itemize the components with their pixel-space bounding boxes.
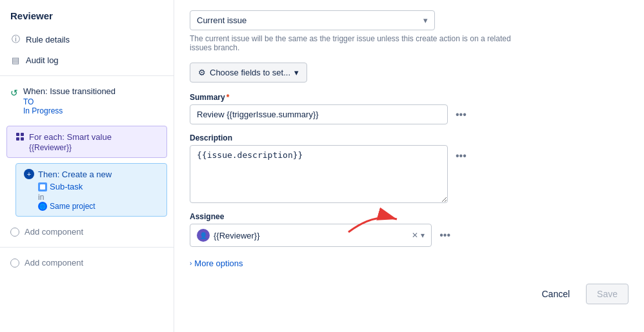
assignee-more-icon[interactable]: ••• (437, 228, 453, 242)
svg-rect-0 (16, 133, 19, 136)
current-issue-select[interactable]: Current issue ▾ (190, 10, 435, 30)
divider (0, 75, 174, 76)
assignee-avatar: 👤 (197, 229, 210, 242)
sidebar-item-audit-log[interactable]: ▤ Audit log (0, 50, 174, 70)
then-project: 🌐 Same project (38, 202, 159, 211)
info-icon: ⓘ (10, 34, 21, 44)
assignee-clear-icon[interactable]: ✕ (412, 231, 418, 240)
add-component-bottom-label: Add component (25, 258, 83, 268)
assignee-label: Assignee (190, 212, 629, 221)
summary-label: Summary* (190, 93, 629, 102)
footer-actions: Cancel Save (190, 284, 629, 304)
summary-input[interactable] (190, 104, 448, 124)
sidebar: Reviewer ⓘ Rule details ▤ Audit log ↺ Wh… (0, 0, 174, 332)
assignee-actions: ✕ ▾ (412, 231, 425, 240)
gear-icon: ⚙ (198, 68, 206, 77)
trigger-icon: ↺ (10, 88, 18, 98)
add-circle-icon (10, 228, 19, 237)
foreach-label: For each: Smart value (29, 132, 112, 142)
then-project-label: Same project (50, 202, 96, 211)
description-label: Description (190, 133, 629, 142)
sidebar-item-rule-details-label: Rule details (26, 35, 70, 44)
sidebar-title: Reviewer (0, 8, 174, 29)
foreach-header: For each: Smart value (15, 132, 159, 142)
description-more-icon[interactable]: ••• (453, 149, 469, 163)
assignee-field[interactable]: 👤 {{Reviewer}} ✕ ▾ (190, 224, 432, 247)
then-task: Sub-task (38, 182, 159, 191)
choose-fields-chevron: ▾ (294, 68, 299, 77)
svg-rect-1 (21, 133, 24, 136)
description-field-row: ••• (190, 145, 629, 203)
then-in-label: in (38, 193, 159, 202)
add-component-bottom[interactable]: Add component (0, 253, 174, 273)
more-options-button[interactable]: › More options (190, 256, 629, 271)
audit-icon: ▤ (10, 55, 21, 65)
add-component-middle-label: Add component (25, 227, 83, 237)
foreach-block[interactable]: For each: Smart value {{Reviewer}} (6, 126, 167, 158)
then-task-label: Sub-task (50, 182, 83, 191)
assignee-value: {{Reviewer}} (214, 231, 408, 240)
choose-fields-label: Choose fields to set... (210, 68, 290, 77)
svg-rect-3 (21, 137, 24, 141)
sidebar-item-audit-log-label: Audit log (26, 55, 59, 65)
add-circle-icon-2 (10, 259, 19, 268)
then-header: + Then: Create a new (24, 169, 159, 179)
summary-field-row: ••• (190, 104, 629, 124)
then-block[interactable]: + Then: Create a new Sub-task in 🌐 Same … (15, 163, 167, 217)
assignee-field-group: Assignee 👤 {{Reviewer}} ✕ ▾ ••• (190, 212, 629, 247)
subtask-icon (38, 182, 47, 191)
current-issue-label: Current issue (197, 15, 247, 25)
then-body: Sub-task in 🌐 Same project (24, 182, 159, 211)
summary-more-icon[interactable]: ••• (453, 108, 469, 122)
trigger-label: When: Issue transitioned (23, 86, 116, 96)
chevron-down-icon: ▾ (423, 15, 428, 25)
then-label: Then: Create a new (38, 170, 112, 179)
description-textarea[interactable] (190, 145, 448, 203)
summary-required: * (226, 93, 230, 102)
summary-field-group: Summary* ••• (190, 93, 629, 124)
more-options-chevron-icon: › (190, 260, 192, 267)
svg-rect-2 (16, 137, 19, 141)
trigger-to: TO In Progress (23, 97, 116, 115)
assignee-row: 👤 {{Reviewer}} ✕ ▾ ••• (190, 224, 453, 247)
trigger-block[interactable]: ↺ When: Issue transitioned TO In Progres… (0, 81, 174, 121)
foreach-value: {{Reviewer}} (15, 143, 159, 152)
plus-icon: + (24, 169, 34, 179)
description-field-group: Description ••• (190, 133, 629, 203)
assignee-chevron-icon[interactable]: ▾ (421, 231, 425, 240)
sidebar-item-rule-details[interactable]: ⓘ Rule details (0, 29, 174, 50)
foreach-icon (15, 132, 25, 142)
current-issue-hint: The current issue will be the same as th… (190, 34, 525, 52)
more-options-label: More options (194, 259, 243, 268)
cancel-button[interactable]: Cancel (530, 284, 581, 304)
project-icon: 🌐 (38, 202, 47, 211)
main-content: Current issue ▾ The current issue will b… (174, 0, 644, 332)
save-button[interactable]: Save (586, 284, 629, 304)
choose-fields-button[interactable]: ⚙ Choose fields to set... ▾ (190, 63, 307, 83)
divider-2 (0, 247, 174, 248)
add-component-middle[interactable]: Add component (0, 222, 174, 242)
